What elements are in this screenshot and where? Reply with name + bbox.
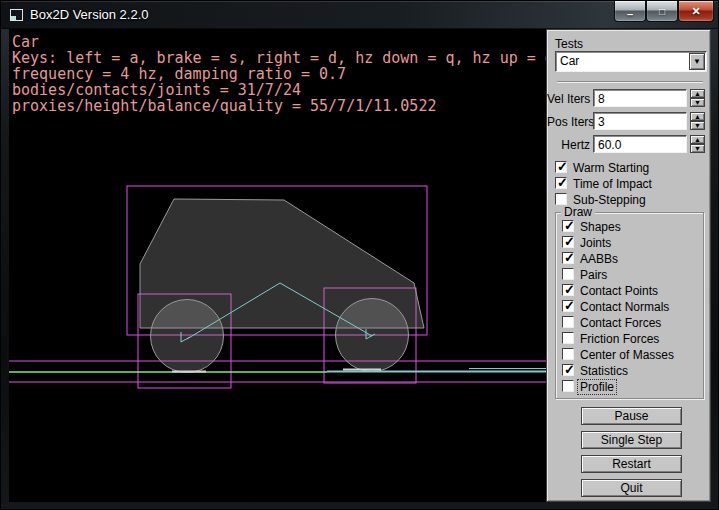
hertz-field[interactable]: 60.0 — [593, 135, 687, 153]
title-bar[interactable]: Box2D Version 2.2.0 – □ ✕ — [1, 1, 719, 29]
center-of-masses-checkbox[interactable] — [562, 348, 574, 360]
vel-iters-row: Vel Iters 8 ▲ ▼ — [547, 89, 712, 107]
tests-label: Tests — [555, 37, 583, 51]
pairs-checkbox[interactable] — [562, 268, 574, 280]
restart-button[interactable]: Restart — [581, 455, 682, 473]
contact-points-checkbox[interactable] — [562, 284, 574, 296]
arrow-down-icon: ▼ — [694, 145, 701, 152]
time-of-impact-label: Time of Impact — [573, 177, 652, 191]
simulation-canvas[interactable]: CarKeys: left = a, brake = s, right = d,… — [9, 29, 546, 502]
single-step-button-label: Single Step — [601, 433, 662, 447]
friction-forces-checkbox[interactable] — [562, 332, 574, 344]
pos-iters-row: Pos Iters 3 ▲ ▼ — [547, 112, 712, 130]
vel-iters-value: 8 — [598, 92, 605, 106]
contact-normals-label: Contact Normals — [580, 300, 669, 314]
joints-label: Joints — [580, 236, 611, 250]
arrow-up-icon: ▲ — [694, 136, 701, 143]
friction-forces-label: Friction Forces — [580, 332, 659, 346]
contact-points-label: Contact Points — [580, 284, 658, 298]
close-button[interactable]: ✕ — [678, 1, 714, 22]
test-dropdown[interactable]: Car ▼ — [555, 51, 707, 72]
aabbs-label: AABBs — [580, 252, 618, 266]
hertz-label: Hertz — [547, 138, 590, 152]
car-chassis — [140, 199, 424, 328]
warm-starting-checkbox[interactable] — [555, 161, 567, 173]
draw-group-label: Draw — [561, 205, 595, 219]
chevron-down-icon: ▼ — [693, 58, 701, 65]
debug-info-text: CarKeys: left = a, brake = s, right = d,… — [12, 34, 546, 114]
pos-iters-value: 3 — [598, 115, 605, 129]
sub-stepping-checkbox[interactable] — [555, 193, 567, 205]
minimize-icon: – — [627, 9, 633, 20]
contact-normals-checkbox[interactable] — [562, 300, 574, 312]
vel-iters-field[interactable]: 8 — [593, 89, 687, 107]
pause-button[interactable]: Pause — [581, 407, 682, 425]
pos-iters-field[interactable]: 3 — [593, 112, 687, 130]
window-title: Box2D Version 2.2.0 — [30, 7, 149, 22]
joints-checkbox[interactable] — [562, 236, 574, 248]
aabbs-checkbox[interactable] — [562, 252, 574, 264]
frequency-line: frequency = 4 hz, damping ratio = 0.7 — [12, 66, 546, 82]
pos-iters-up-button[interactable]: ▲ — [690, 112, 705, 121]
shapes-label: Shapes — [580, 220, 621, 234]
hertz-row: Hertz 60.0 ▲ ▼ — [547, 135, 712, 153]
minimize-button[interactable]: – — [614, 1, 646, 22]
proxy-stats-line: proxies/height/balance/quality = 55/7/1/… — [12, 98, 546, 114]
app-icon[interactable] — [10, 9, 23, 21]
statistics-checkbox[interactable] — [562, 364, 574, 376]
test-dropdown-value: Car — [560, 54, 579, 68]
pause-button-label: Pause — [614, 409, 648, 423]
draw-group: Draw Shapes Joints AABBs Pairs Contact P… — [555, 212, 704, 399]
contact-forces-label: Contact Forces — [580, 316, 661, 330]
profile-label: Profile — [578, 380, 616, 394]
hertz-down-button[interactable]: ▼ — [690, 144, 705, 153]
dropdown-arrow-button[interactable]: ▼ — [689, 53, 705, 70]
stats-line: bodies/contacts/joints = 31/7/24 — [12, 82, 546, 98]
statistics-label: Statistics — [580, 364, 628, 378]
contact-forces-checkbox[interactable] — [562, 316, 574, 328]
shapes-checkbox[interactable] — [562, 220, 574, 232]
pos-iters-label: Pos Iters — [547, 115, 590, 129]
vel-iters-down-button[interactable]: ▼ — [690, 98, 705, 107]
vel-iters-label: Vel Iters — [547, 92, 590, 106]
quit-button-label: Quit — [620, 481, 642, 495]
arrow-up-icon: ▲ — [694, 113, 701, 120]
hertz-value: 60.0 — [598, 138, 621, 152]
pos-iters-down-button[interactable]: ▼ — [690, 121, 705, 130]
keys-help: Keys: left = a, brake = s, right = d, hz… — [12, 50, 546, 66]
arrow-up-icon: ▲ — [694, 90, 701, 97]
arrow-down-icon: ▼ — [694, 122, 701, 129]
hertz-up-button[interactable]: ▲ — [690, 135, 705, 144]
control-panel: Tests Car ▼ Vel Iters 8 ▲ ▼ Pos Iters 3 … — [546, 29, 711, 502]
maximize-button[interactable]: □ — [646, 1, 678, 22]
profile-checkbox[interactable] — [562, 380, 574, 392]
close-icon: ✕ — [691, 6, 700, 17]
vel-iters-up-button[interactable]: ▲ — [690, 89, 705, 98]
pairs-label: Pairs — [580, 268, 607, 282]
separator — [557, 81, 703, 83]
warm-starting-label: Warm Starting — [573, 161, 649, 175]
app-window: Box2D Version 2.2.0 – □ ✕ — [0, 0, 719, 510]
arrow-down-icon: ▼ — [694, 99, 701, 106]
quit-button[interactable]: Quit — [581, 479, 682, 497]
center-of-masses-label: Center of Masses — [580, 348, 674, 362]
restart-button-label: Restart — [612, 457, 651, 471]
single-step-button[interactable]: Single Step — [581, 431, 682, 449]
maximize-icon: □ — [659, 6, 665, 17]
time-of-impact-checkbox[interactable] — [555, 177, 567, 189]
test-name: Car — [12, 34, 546, 50]
